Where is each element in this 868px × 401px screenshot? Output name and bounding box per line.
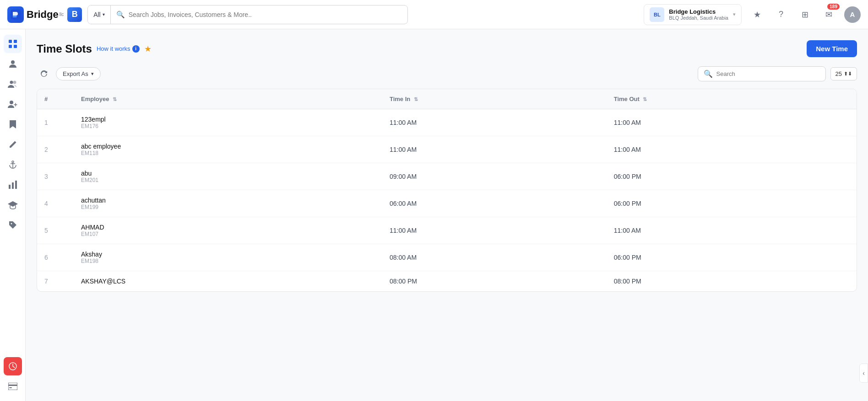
svg-point-8 (10, 101, 13, 104)
search-icon: 🔍 (704, 70, 713, 78)
table-search-box[interactable]: 🔍 (698, 66, 826, 81)
col-employee-label: Employee (81, 96, 109, 102)
time-in: 06:00 AM (390, 200, 417, 207)
sidebar (0, 29, 26, 401)
global-search-input-wrap[interactable]: 🔍 (111, 11, 407, 19)
svg-point-5 (11, 60, 15, 64)
table-row[interactable]: 3 abu EM201 09:00 AM 06:00 PM (37, 163, 857, 190)
page-header: Time Slots How it works i ★ New Time (37, 40, 857, 57)
table-row[interactable]: 2 abc employee EM118 11:00 AM 11:00 AM (37, 136, 857, 163)
row-num: 7 (44, 278, 48, 285)
toolbar-left: Export As ▾ (37, 67, 101, 81)
svg-rect-2 (14, 40, 17, 43)
sidebar-item-graduation[interactable] (4, 196, 22, 214)
sort-time-in-icon: ⇅ (414, 96, 418, 102)
employee-id: EM201 (81, 177, 375, 183)
sidebar-item-user-add[interactable] (4, 95, 22, 113)
page-title-area: Time Slots How it works i ★ (37, 43, 152, 55)
svg-marker-15 (8, 201, 18, 207)
chevron-down-icon: ▾ (103, 12, 105, 17)
star-nav-icon[interactable]: ★ (749, 6, 765, 23)
avatar[interactable]: A (844, 6, 861, 23)
row-num: 5 (44, 227, 48, 234)
company-info: Bridge Logistics BLQ Jeddah, Saudi Arabi… (669, 8, 728, 21)
table-row[interactable]: 4 achuttan EM199 06:00 AM 06:00 PM (37, 190, 857, 217)
employee-name: abc employee (81, 143, 375, 150)
time-out: 06:00 PM (614, 254, 641, 261)
sidebar-item-tag[interactable] (4, 216, 22, 234)
svg-rect-19 (8, 385, 17, 386)
time-out: 11:00 AM (614, 227, 641, 234)
svg-rect-14 (15, 181, 17, 189)
employee-id: EM118 (81, 150, 375, 156)
table-search-input[interactable] (716, 70, 820, 77)
export-chevron-icon: ▾ (91, 71, 94, 77)
svg-rect-18 (8, 383, 17, 390)
notification-wrap[interactable]: ✉ 189 (820, 6, 837, 23)
company-logo: BL (650, 7, 664, 22)
page-size-chevron-icon: ⬆⬇ (844, 71, 852, 77)
row-num: 6 (44, 254, 48, 261)
search-filter-dropdown[interactable]: All ▾ (88, 5, 111, 24)
time-slots-table: # Employee ⇅ Time In ⇅ Time Out ⇅ (37, 89, 857, 292)
col-time-in[interactable]: Time In ⇅ (382, 89, 607, 109)
employee-name: abu (81, 170, 375, 177)
search-filter-label: All (93, 11, 101, 18)
how-it-works-link[interactable]: How it works i (97, 45, 140, 53)
time-out: 08:00 PM (614, 278, 641, 285)
sidebar-item-user[interactable] (4, 55, 22, 73)
sidebar-item-chart[interactable] (4, 176, 22, 194)
topnav: Bridge llc B All ▾ 🔍 BL Bridge Logistics… (0, 0, 868, 29)
company-selector[interactable]: BL Bridge Logistics BLQ Jeddah, Saudi Ar… (644, 4, 742, 25)
employee-name: AKSHAY@LCS (81, 278, 375, 285)
apps-icon[interactable]: ⊞ (797, 6, 813, 23)
sidebar-item-edit[interactable] (4, 135, 22, 154)
how-it-works-label: How it works (97, 45, 130, 52)
sidebar-item-users[interactable] (4, 75, 22, 93)
help-icon[interactable]: ? (773, 6, 789, 23)
table-row[interactable]: 5 AHMAD EM107 11:00 AM 11:00 AM (37, 217, 857, 244)
favorite-star-icon[interactable]: ★ (144, 44, 152, 54)
logo-area: Bridge llc B (7, 6, 82, 23)
page-title: Time Slots (37, 43, 92, 55)
time-in: 11:00 AM (390, 227, 417, 234)
sidebar-bottom (4, 357, 22, 396)
time-in: 11:00 AM (390, 119, 417, 126)
time-out: 11:00 AM (614, 119, 641, 126)
global-search-input[interactable] (129, 11, 402, 18)
sort-employee-icon: ⇅ (113, 96, 117, 102)
svg-rect-4 (14, 45, 17, 48)
sort-time-out-icon: ⇅ (643, 96, 647, 102)
col-num-label: # (44, 96, 48, 102)
svg-rect-1 (9, 40, 12, 43)
row-num: 3 (44, 173, 48, 180)
brand-b-icon: B (67, 7, 82, 22)
sidebar-item-clock[interactable] (4, 357, 22, 375)
sidebar-item-anchor[interactable] (4, 155, 22, 174)
toolbar: Export As ▾ 🔍 25 ⬆⬇ (37, 66, 857, 81)
table-row[interactable]: 7 AKSHAY@LCS 08:00 PM 08:00 PM (37, 271, 857, 292)
page-size-selector[interactable]: 25 ⬆⬇ (830, 67, 857, 80)
collapse-sidebar-button[interactable]: ‹ (859, 364, 868, 383)
sidebar-item-card[interactable] (4, 377, 22, 396)
sidebar-item-bookmark[interactable] (4, 115, 22, 134)
svg-rect-13 (12, 182, 14, 189)
employee-id: EM107 (81, 231, 375, 237)
global-search-area[interactable]: All ▾ 🔍 (87, 5, 408, 24)
new-time-button[interactable]: New Time (807, 40, 857, 57)
time-in: 08:00 AM (390, 254, 417, 261)
refresh-button[interactable] (37, 67, 51, 81)
employee-id: EM198 (81, 258, 375, 264)
employee-id: EM176 (81, 123, 375, 129)
time-in: 08:00 PM (390, 278, 417, 285)
table-row[interactable]: 6 Akshay EM198 08:00 AM 06:00 PM (37, 244, 857, 271)
col-employee[interactable]: Employee ⇅ (74, 89, 382, 109)
svg-rect-12 (9, 185, 11, 189)
table-header: # Employee ⇅ Time In ⇅ Time Out ⇅ (37, 89, 857, 109)
sidebar-item-grid[interactable] (4, 35, 22, 53)
employee-name: 123empl (81, 116, 375, 123)
table-row[interactable]: 1 123empl EM176 11:00 AM 11:00 AM (37, 109, 857, 136)
search-icon: 🔍 (116, 11, 125, 19)
col-time-out[interactable]: Time Out ⇅ (607, 89, 857, 109)
export-button[interactable]: Export As ▾ (56, 67, 101, 80)
